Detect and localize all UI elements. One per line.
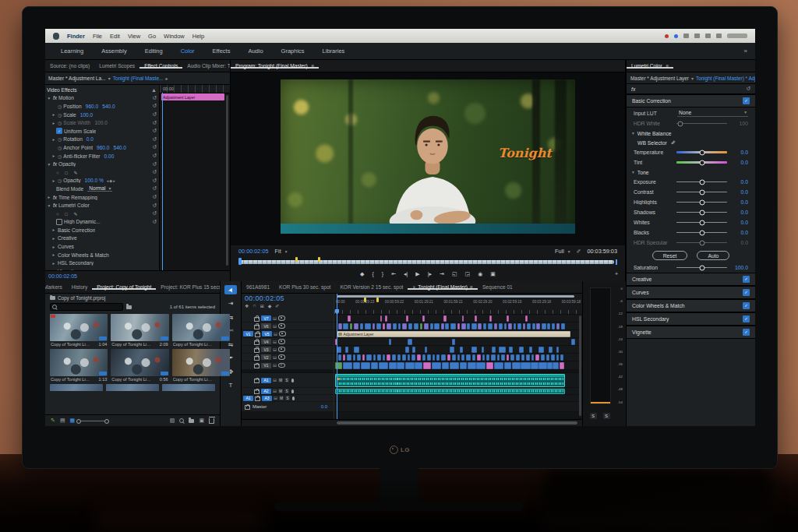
track-badge-v3[interactable]: V3 — [261, 347, 271, 352]
blend-mode-select[interactable]: Normal▾ — [87, 185, 112, 192]
slider-value[interactable]: 0.0 — [731, 179, 748, 185]
scroll-up-icon[interactable]: ▲ — [151, 87, 157, 93]
meter-solo-button[interactable]: S — [590, 413, 597, 419]
effect-row-opacity[interactable]: ▾fxOpacity↺ — [45, 160, 159, 168]
effect-row-motion[interactable]: ▾fxMotion↺ — [45, 94, 159, 103]
timeline-clip[interactable] — [436, 354, 440, 361]
effect-row-lumetri-color[interactable]: ▾fxLumetri Color↺ — [45, 201, 159, 210]
workspace-tab-graphics[interactable]: Graphics — [274, 46, 312, 56]
timeline-clip[interactable] — [508, 323, 512, 329]
lock-icon[interactable] — [254, 325, 260, 329]
workspace-tab-libraries[interactable]: Libraries — [315, 46, 353, 56]
track-header-v1[interactable]: V1⊟ — [242, 361, 334, 370]
timeline-clip[interactable] — [478, 323, 482, 329]
slider-exposure[interactable] — [676, 181, 727, 182]
effect-row-blend-mode[interactable]: Blend ModeNormal▾↺ — [45, 185, 159, 193]
effect-row-anchor-point[interactable]: ◷Anchor Point960.0540.0↺ — [45, 143, 159, 152]
sync-lock-icon[interactable]: ⊟ — [273, 316, 277, 321]
tab-history[interactable]: History — [67, 284, 93, 290]
add-marker-icon[interactable]: ◆ — [360, 271, 364, 277]
timeline-clip[interactable] — [471, 347, 476, 353]
slider-highlights[interactable] — [676, 202, 727, 203]
timeline-clip[interactable] — [499, 323, 503, 329]
twirl-icon[interactable]: ▸ — [51, 112, 56, 117]
mini-timeline-ruler[interactable]: 00:00 — [160, 85, 230, 93]
timeline-clip[interactable] — [521, 362, 530, 369]
timeline-clip[interactable] — [457, 354, 460, 361]
twirl-icon[interactable]: ▸ — [51, 153, 56, 158]
toggle-track-output-icon[interactable] — [278, 347, 285, 352]
slider-value[interactable]: 0.0 — [731, 220, 748, 225]
timeline-clip[interactable] — [461, 354, 464, 361]
timeline-clip[interactable] — [445, 323, 449, 329]
timeline-clip[interactable] — [354, 347, 358, 353]
section-enabled-checkbox[interactable]: ✓ — [743, 276, 750, 283]
timeline-clip[interactable] — [499, 347, 505, 353]
slider-knob[interactable] — [699, 265, 704, 270]
workspace-tab-learning[interactable]: Learning — [53, 46, 91, 56]
timeline-clip[interactable] — [420, 323, 422, 329]
saturation-slider[interactable] — [676, 267, 727, 268]
timeline-ruler[interactable]: 00:0000:00:29:2300:00:59:2200:01:29:2100… — [334, 294, 582, 315]
timeline-clip[interactable] — [476, 362, 486, 369]
timeline-clip[interactable] — [542, 323, 546, 329]
timeline-clip[interactable] — [335, 389, 565, 394]
stopwatch-icon[interactable]: ◷ — [58, 136, 62, 142]
timeline-clip[interactable] — [468, 362, 476, 369]
clip-thumbnail-partial[interactable] — [162, 384, 215, 391]
timeline-clip[interactable] — [571, 339, 575, 345]
lock-icon[interactable] — [254, 317, 260, 322]
param-value[interactable]: 960.0 — [97, 145, 110, 150]
sync-lock-icon[interactable]: ⊟ — [273, 324, 277, 329]
timeline-clip[interactable] — [379, 362, 388, 369]
stopwatch-icon[interactable]: ◷ — [58, 112, 62, 118]
tint-slider[interactable] — [676, 161, 727, 164]
toggle-track-output-icon[interactable] — [278, 363, 285, 368]
search-input[interactable] — [50, 303, 123, 311]
stopwatch-icon[interactable]: ◷ — [58, 120, 62, 125]
section-enabled-checkbox[interactable]: ✓ — [743, 97, 750, 104]
workspace-tab-assembly[interactable]: Assembly — [94, 46, 135, 56]
eyedropper-icon[interactable]: ✎ — [669, 140, 676, 145]
track-badge-a1[interactable]: A1 — [261, 378, 271, 383]
settings-wrench-icon[interactable]: ✐ — [577, 248, 581, 255]
checkbox-uniform-scale[interactable]: ✓ — [56, 128, 62, 134]
spotlight-icon[interactable] — [716, 33, 722, 38]
timeline-clip[interactable] — [393, 323, 397, 329]
timeline-clip[interactable] — [433, 354, 435, 361]
timeline-clip[interactable] — [471, 323, 476, 329]
go-to-out-icon[interactable]: ⇥ — [440, 271, 444, 277]
timeline-clip[interactable] — [531, 362, 538, 369]
project-name-label[interactable]: Copy of Tonight.prproj — [58, 295, 106, 301]
read-write-icon[interactable]: ✎ — [51, 417, 55, 424]
lock-icon[interactable] — [255, 333, 260, 337]
param-value[interactable]: 0.00 — [104, 153, 115, 159]
timeline-clip[interactable] — [531, 354, 534, 361]
clip-thumbnail[interactable] — [172, 314, 230, 341]
menu-item-window[interactable]: Window — [164, 33, 185, 40]
timeline-clip[interactable] — [383, 323, 385, 329]
timeline-clip[interactable] — [430, 323, 433, 329]
tab-lumetri-scopes[interactable]: Lumetri Scopes — [94, 63, 139, 69]
sync-lock-icon[interactable]: ⊟ — [274, 332, 277, 336]
workspace-tab-effects[interactable]: Effects — [205, 46, 238, 56]
lock-icon[interactable] — [245, 405, 250, 410]
timeline-clip[interactable] — [414, 323, 418, 329]
timeline-clip[interactable] — [560, 354, 563, 361]
sync-lock-icon[interactable]: ⊟ — [273, 347, 277, 352]
mark-out-icon[interactable]: } — [382, 271, 383, 277]
reset-param-icon[interactable]: ↺ — [152, 178, 157, 184]
timeline-clip[interactable] — [354, 323, 358, 329]
tab-sequence-01[interactable]: Sequence 01 — [478, 284, 517, 290]
timeline-clip[interactable] — [425, 347, 427, 353]
timeline-clip[interactable] — [406, 315, 408, 322]
timeline-clip[interactable] — [365, 323, 371, 329]
effect-row-uniform-scale[interactable]: ✓Uniform Scale↺ — [45, 127, 159, 136]
project-clip-card[interactable]: Copy of Tonight Linked...0:56 — [111, 349, 168, 382]
timeline-clip[interactable] — [501, 354, 505, 361]
timeline-clip[interactable] — [488, 323, 493, 329]
timeline-clip[interactable] — [408, 339, 412, 345]
timeline-clip[interactable] — [489, 315, 492, 322]
effect-row-opacity[interactable]: ▸◷Opacity100.0 %◂◆▸↺ — [45, 177, 159, 185]
menu-item-view[interactable]: View — [128, 33, 140, 40]
